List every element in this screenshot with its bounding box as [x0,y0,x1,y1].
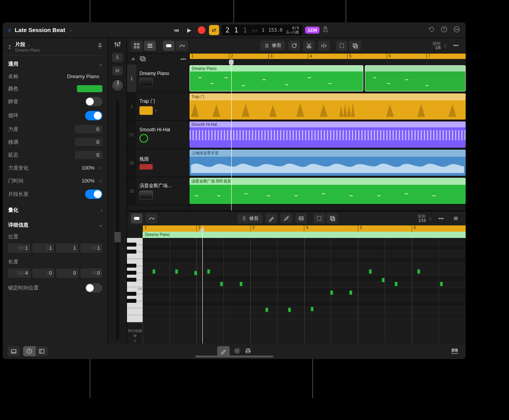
midi-note[interactable] [349,290,352,295]
info-button[interactable] [23,346,36,356]
inspector-title-chevron-icon[interactable]: ⌄ [27,43,30,47]
track-stack-button[interactable] [139,55,146,63]
more-button[interactable] [453,26,460,34]
add-track-button[interactable]: ＋ [130,55,136,63]
copy-button[interactable] [327,213,338,223]
inspector-up-icon[interactable]: ↥ [7,44,12,50]
cliplen-toggle[interactable] [85,189,102,199]
track-more-button[interactable]: ••• [450,41,462,51]
inbox-button[interactable] [7,346,20,356]
midi-note[interactable] [288,307,291,312]
region-view-button[interactable] [163,41,175,51]
pin-button[interactable] [97,43,103,50]
midi-note[interactable] [395,282,398,286]
brush-tool-button[interactable] [280,213,292,223]
grid-view-button[interactable] [131,41,143,51]
back-button[interactable]: ‹ [8,25,11,34]
mixer-icon[interactable] [114,41,121,49]
pan-knob[interactable] [111,79,124,92]
midi-note[interactable] [440,282,443,286]
trim-tool-button[interactable]: 修剪 [260,41,285,50]
midi-note[interactable] [311,307,314,311]
midi-note[interactable] [220,282,223,286]
scissors-button[interactable] [303,41,315,51]
editor-playhead[interactable] [202,225,203,343]
play-button[interactable]: ▶ [184,25,194,35]
solo-button[interactable]: S [112,53,123,62]
midi-note[interactable] [382,278,385,282]
midi-note[interactable] [239,282,243,286]
brightness-button[interactable] [234,347,241,356]
midi-note[interactable] [152,269,155,274]
volume-fader[interactable] [116,100,119,340]
length-fields[interactable]: 0004 00 0 000 [3,268,108,281]
copy-button[interactable] [349,41,361,51]
loop-toggle[interactable] [85,111,102,120]
project-title[interactable]: Late Session Beat [15,27,65,33]
loop-tool-button[interactable] [288,41,300,51]
count-in-button[interactable]: 1234 [305,27,319,34]
midi-note[interactable] [175,269,178,274]
lcd-display[interactable]: 2 1 1 00 1 153.0 4/4 G♭小调 [221,25,303,36]
help-button[interactable] [441,26,448,34]
automation-view-button[interactable] [176,41,188,51]
chevron-right-icon[interactable]: › [155,108,157,113]
track-header[interactable]: 27 Smooth Hi-Hat [127,121,189,149]
tracks-timeline[interactable]: 1 2 3 4 5 6 7 Dreamy Piano [189,54,466,211]
mixer-sliders-button[interactable] [245,347,252,356]
marquee-button[interactable] [336,41,348,51]
marquee-button[interactable] [313,213,325,223]
velocity-field[interactable]: 0 [75,125,102,133]
midi-note[interactable] [207,269,210,274]
section-quantize[interactable]: 量化 › [3,204,108,216]
editor-ruler[interactable]: 123456 [143,225,466,232]
midi-note[interactable] [265,307,268,312]
stepper-icon[interactable]: ◇ [429,216,432,221]
go-to-start-button[interactable]: ⏮ [171,25,182,35]
track-header[interactable]: 29 汤普金斯广场... [127,177,189,205]
editor-more-button[interactable]: ••• [435,213,447,223]
piano-roll-grid[interactable]: 123456 Dreamy Piano [143,225,466,343]
mute-button[interactable]: M [112,66,123,75]
stepper-icon[interactable]: ◇ [99,166,102,170]
section-details[interactable]: 详细信息 ⌄ [3,219,108,231]
track-header[interactable]: 2 Trap 门› [127,93,189,121]
midi-note[interactable] [417,269,420,274]
pencil-mode-button[interactable] [217,346,230,356]
editor-menu-button[interactable] [450,213,462,223]
trim-tool-button[interactable]: 修剪 [238,214,263,223]
delay-field[interactable]: 0 [75,151,102,159]
track-header[interactable]: 1 Dreamy Piano [127,64,189,93]
transpose-field[interactable]: 0 [75,138,102,146]
midi-region[interactable]: Dreamy Piano [189,65,363,91]
project-menu-chevron-icon[interactable]: ⌄ [69,28,72,32]
pencil-tool-button[interactable] [266,213,277,223]
record-button[interactable] [196,25,207,35]
color-swatch[interactable] [77,85,102,92]
track-header[interactable]: 28 氛围 [127,149,189,177]
position-fields[interactable]: 00000011 01 1 001 [3,243,108,256]
velocity-tool-button[interactable] [295,213,307,223]
piano-keyboard[interactable]: C4 梦幻电钢琴1 [127,225,143,343]
automation-view-button[interactable] [146,213,157,223]
locktime-toggle[interactable] [85,283,102,293]
keyboard-button[interactable] [448,346,461,356]
editor-snap-setting[interactable]: 吸附1/16 [418,214,426,223]
midi-note[interactable] [330,290,333,295]
track-header-more-button[interactable]: ••• [180,56,186,62]
midi-region[interactable] [365,65,466,91]
midi-note[interactable] [369,269,372,274]
split-button[interactable] [318,41,330,51]
section-general[interactable]: 通用 ⌄ [3,58,108,70]
midi-note[interactable] [194,271,197,275]
mute-toggle[interactable] [85,97,102,106]
cycle-button[interactable]: ⇄ [209,25,219,35]
name-field[interactable]: Dreamy Piano [64,72,102,80]
snap-setting[interactable]: 吸附1/8 [433,41,441,50]
gate-field[interactable]: 100% [70,177,98,185]
metronome-button[interactable] [322,26,329,34]
stepper-icon[interactable]: ◇ [444,43,447,48]
list-view-button[interactable] [144,41,156,51]
velscale-field[interactable]: 100% [70,164,98,172]
playhead[interactable] [231,54,232,211]
